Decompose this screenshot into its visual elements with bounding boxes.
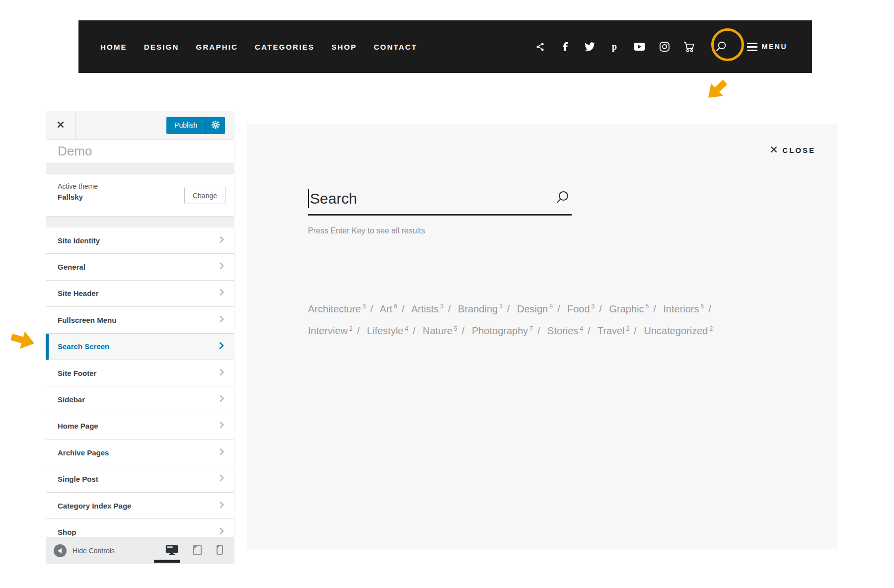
annotation-arrow-to-search-screen [7, 327, 38, 354]
chevron-right-icon [220, 236, 224, 245]
menu-item-single-post[interactable]: Single Post [46, 466, 234, 493]
panel-divider [46, 217, 234, 227]
site-navbar: HOME DESIGN GRAPHIC CATEGORIES SHOP CONT… [78, 20, 812, 73]
active-theme-section: Active theme Fallsky Change [46, 174, 234, 217]
category-link[interactable]: Travel2 [597, 325, 630, 336]
customizer-panel: Publish Demo Active theme Fallsky Change… [46, 111, 234, 564]
twitter-icon[interactable] [584, 41, 596, 53]
chevron-right-icon [219, 342, 224, 352]
category-link[interactable]: Design8 [517, 303, 553, 314]
category-link[interactable]: Uncategorized2 [644, 325, 713, 336]
customizer-menu: Site Identity General Site Header Fullsc… [46, 227, 234, 536]
menu-item-site-footer[interactable]: Site Footer [46, 360, 234, 386]
category-separator: / [557, 303, 560, 314]
mobile-preview-button[interactable] [217, 545, 223, 556]
category-separator: / [370, 303, 373, 314]
menu-item-site-header[interactable]: Site Header [46, 281, 234, 307]
youtube-icon[interactable] [634, 41, 646, 53]
category-link[interactable]: Photography7 [472, 325, 533, 336]
nav-item-contact[interactable]: CONTACT [374, 43, 418, 51]
device-preview-switcher [165, 545, 223, 557]
customizer-topbar: Publish [46, 111, 234, 140]
category-link[interactable]: Lifestyle4 [367, 325, 408, 336]
chevron-right-icon [220, 421, 224, 431]
customizer-footer: Hide Controls [46, 537, 234, 564]
close-label: CLOSE [782, 146, 816, 154]
menu-item-shop[interactable]: Shop [46, 519, 234, 536]
search-icon[interactable] [715, 41, 727, 53]
page: HOME DESIGN GRAPHIC CATEGORIES SHOP CONT… [0, 0, 894, 588]
annotation-arrow-to-preview [700, 74, 733, 106]
active-device-indicator [154, 560, 180, 563]
category-separator: / [357, 325, 360, 336]
menu-item-general[interactable]: General [46, 254, 234, 280]
category-separator: / [708, 303, 711, 314]
search-screen-preview: CLOSE Search Press Enter Key to see all … [247, 124, 837, 549]
magnifier-icon[interactable] [555, 190, 570, 208]
nav-item-design[interactable]: DESIGN [144, 43, 179, 51]
site-title: Demo [46, 140, 234, 163]
tablet-icon [193, 545, 202, 557]
search-input[interactable]: Search [308, 189, 572, 216]
preview-close-button[interactable]: CLOSE [770, 146, 816, 154]
cart-icon[interactable] [683, 41, 695, 53]
menu-item-fullscreen-menu[interactable]: Fullscreen Menu [46, 307, 234, 333]
hamburger-icon [747, 43, 757, 51]
menu-item-site-identity[interactable]: Site Identity [46, 227, 234, 254]
category-link[interactable]: Nature5 [423, 325, 457, 336]
category-link[interactable]: Branding3 [458, 303, 503, 314]
svg-text:p: p [612, 42, 617, 52]
collapse-arrow-icon [54, 544, 67, 557]
category-separator: / [653, 303, 656, 314]
chevron-right-icon [220, 289, 224, 298]
change-theme-button[interactable]: Change [184, 187, 225, 204]
chevron-right-icon [220, 315, 224, 325]
category-cloud: Architecture3/ Art6/ Artists3/ Branding3… [308, 296, 723, 341]
category-separator: / [588, 325, 591, 336]
customizer-close-button[interactable] [46, 111, 75, 139]
menu-item-category-index-page[interactable]: Category Index Page [46, 493, 234, 519]
menu-item-search-screen[interactable]: Search Screen [46, 334, 234, 360]
chevron-right-icon [220, 368, 224, 378]
desktop-preview-button[interactable] [165, 545, 178, 557]
hide-controls-button[interactable]: Hide Controls [54, 544, 115, 557]
chevron-right-icon [220, 448, 224, 457]
category-link[interactable]: Art6 [379, 303, 397, 314]
publish-settings-button[interactable] [205, 117, 225, 134]
pinterest-icon[interactable]: p [609, 41, 621, 53]
publish-button[interactable]: Publish [166, 117, 205, 134]
menu-item-home-page[interactable]: Home Page [46, 413, 234, 440]
category-link[interactable]: Interview2 [308, 325, 353, 336]
menu-item-sidebar[interactable]: Sidebar [46, 386, 234, 413]
gear-icon [211, 120, 220, 131]
publish-button-group: Publish [166, 117, 225, 134]
nav-item-home[interactable]: HOME [100, 43, 127, 51]
instagram-icon[interactable] [659, 41, 670, 53]
nav-item-graphic[interactable]: GRAPHIC [196, 43, 238, 51]
tablet-preview-button[interactable] [193, 545, 202, 557]
category-separator: / [462, 325, 465, 336]
share-icon[interactable] [534, 41, 546, 53]
main-nav: HOME DESIGN GRAPHIC CATEGORIES SHOP CONT… [100, 43, 417, 51]
category-separator: / [448, 303, 451, 314]
nav-item-categories[interactable]: CATEGORIES [255, 43, 314, 51]
category-link[interactable]: Interiors5 [663, 303, 704, 314]
facebook-icon[interactable] [559, 41, 571, 53]
search-input-value: Search [310, 190, 357, 207]
category-link[interactable]: Graphic5 [609, 303, 649, 314]
category-separator: / [599, 303, 602, 314]
category-link[interactable]: Food3 [567, 303, 595, 314]
menu-toggle[interactable]: MENU [747, 43, 787, 51]
category-separator: / [413, 325, 416, 336]
panel-divider [46, 163, 234, 174]
desktop-icon [165, 545, 178, 557]
nav-item-shop[interactable]: SHOP [331, 43, 357, 51]
category-link[interactable]: Artists3 [411, 303, 444, 314]
close-icon [770, 146, 777, 154]
category-link[interactable]: Stories4 [547, 325, 583, 336]
search-hint: Press Enter Key to see all results [308, 226, 425, 235]
category-link[interactable]: Architecture3 [308, 303, 366, 314]
menu-item-archive-pages[interactable]: Archive Pages [46, 440, 234, 466]
text-caret [308, 189, 309, 208]
smartphone-icon [217, 545, 223, 556]
